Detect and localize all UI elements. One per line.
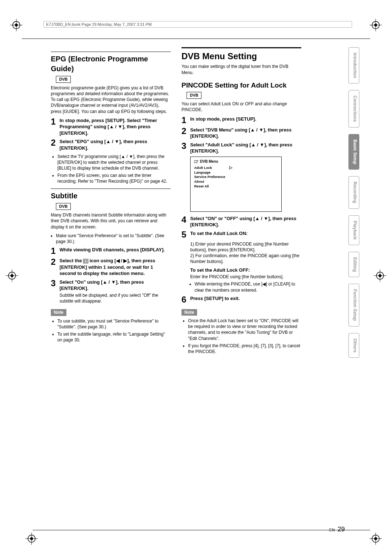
- step-num: 5: [181, 230, 189, 239]
- reg-mark-right: [374, 270, 386, 282]
- menu-title-text: DVB Menu: [200, 159, 218, 164]
- adult-lock-off-text: Enter the PINCODE using [the Number butt…: [190, 274, 301, 280]
- pin-note-2: If you forgot the PINCODE, press [4], [7…: [188, 343, 301, 355]
- menu-list: Adult Lock Language Service Preference A…: [194, 166, 225, 189]
- pin-step6-text: Press [SETUP] to exit.: [190, 295, 301, 302]
- sub-step3-plain: Subtitle will be displayed, and if you s…: [60, 292, 171, 304]
- pincode-note-bullets: Once the Adult Lock has been set to "ON"…: [188, 318, 301, 355]
- reg-mark-bl: [25, 532, 38, 545]
- sub-step3-bold: Select "On" using [▲ / ▼], then press [E…: [60, 279, 144, 291]
- step-num: 6: [181, 295, 189, 304]
- pin-step-6: 6 Press [SETUP] to exit.: [181, 295, 301, 304]
- svg-line-25: [197, 160, 199, 162]
- step-num: 1: [51, 247, 58, 255]
- sub-step-2: 2 Select the icon using [◀ / ▶], then pr…: [51, 258, 171, 277]
- sub-step2-text: Select the icon using [◀ / ▶], then pres…: [60, 258, 171, 277]
- content: EPG (Electronic Programme Guide) DVB Ele…: [51, 47, 305, 357]
- step-num: 2: [51, 258, 58, 266]
- pin-step5-text: To set the Adult Lock ON:: [190, 230, 301, 237]
- pincode-intro: You can select Adult Lock ON or OFF and …: [181, 101, 301, 113]
- reg-mark-tl: [10, 19, 23, 31]
- dvb-badge: DVB: [187, 92, 201, 99]
- page-number: EN 29: [329, 526, 345, 533]
- tab-editing[interactable]: Editing: [348, 252, 359, 278]
- pin-step5-1: 1) Enter your desired PINCODE using [the…: [190, 241, 301, 253]
- crop-line-bottom: [33, 530, 370, 530]
- reg-mark-br: [369, 532, 382, 545]
- pin-step-5: 5 To set the Adult Lock ON:: [181, 230, 301, 239]
- epg-step1-text: In stop mode, press [SETUP]. Select "Tim…: [60, 117, 171, 137]
- menu-item-service-pref: Service Preference: [194, 175, 225, 179]
- tab-function-setup[interactable]: Function Setup: [348, 284, 359, 326]
- menu-title-row: DVB Menu: [194, 159, 218, 164]
- pin-step4-text: Select "ON" or "OFF" using [▲ / ▼], then…: [190, 215, 301, 228]
- sub-step2a: Select the: [60, 258, 83, 263]
- dvb-menu-title: DVB Menu Setting: [181, 47, 301, 62]
- pin-step-1: 1 In stop mode, press [SETUP].: [181, 116, 301, 125]
- off-bullet-1: While entering the PINCODE, use [◀] or […: [195, 281, 301, 293]
- doc-header-text: E7J70BD_EN.book Page 29 Monday, May 7, 2…: [46, 22, 152, 27]
- reg-mark-left: [6, 270, 18, 282]
- right-column: DVB Menu Setting You can make settings o…: [181, 47, 301, 357]
- pin-step5-2: 2) For confirmation, enter the PINCODE a…: [190, 253, 301, 264]
- pin-note-1: Once the Adult Lock has been set to "ON"…: [188, 318, 301, 341]
- epg-intro: Electronic programme guide (EPG) gives y…: [51, 85, 171, 114]
- tab-basic-setup[interactable]: Basic Setup: [348, 134, 359, 170]
- left-column: EPG (Electronic Programme Guide) DVB Ele…: [51, 47, 171, 357]
- subtitle-prebullet: Make sure "Service Preference" is set to…: [56, 233, 171, 244]
- side-tabs: Introduction Connections Basic Setup Rec…: [348, 47, 359, 358]
- note-badge: Note: [51, 309, 66, 316]
- subtitle-intro: Many DVB channels transmit Subtitle info…: [51, 212, 171, 230]
- pin-step-4: 4 Select "ON" or "OFF" using [▲ / ▼], th…: [181, 215, 301, 228]
- epg-step2-text: Select "EPG" using [▲ / ▼], then press […: [60, 138, 171, 151]
- step-num: 2: [51, 138, 58, 147]
- svg-rect-24: [194, 161, 197, 163]
- pin-step-3: 3 Select "Adult Lock" using [▲ / ▼], the…: [181, 142, 301, 154]
- epg-bullet-2: From the EPG screen, you can also set th…: [57, 173, 171, 184]
- sub-step1-text: While viewing DVB channels, press [DISPL…: [60, 247, 171, 253]
- epg-step-2: 2 Select "EPG" using [▲ / ▼], then press…: [51, 138, 171, 151]
- sub-note-2: To set the subtitle language, refer to "…: [57, 331, 171, 343]
- sub-note-1: To use subtitle, you must set "Service P…: [57, 318, 171, 330]
- note-badge: Note: [181, 309, 197, 316]
- reg-mark-tr: [369, 19, 382, 31]
- tab-playback[interactable]: Playback: [348, 215, 359, 245]
- step-num: 2: [181, 127, 189, 135]
- subtitle-bullet-0: Make sure "Service Preference" is set to…: [56, 233, 171, 244]
- off-bullets: While entering the PINCODE, use [◀] or […: [195, 281, 301, 293]
- step-num: 1: [51, 117, 58, 126]
- step-num: 3: [51, 279, 58, 288]
- pincode-title: PINCODE Setting for Adult Lock: [181, 81, 301, 90]
- tab-connections[interactable]: Connections: [348, 90, 359, 127]
- epg-title: EPG (Electronic Programme Guide): [51, 52, 171, 74]
- crop-line-top: [22, 39, 370, 39]
- pin-step1-text: In stop mode, press [SETUP].: [190, 116, 301, 122]
- svg-marker-26: [229, 166, 232, 169]
- sub-step3-text: Select "On" using [▲ / ▼], then press [E…: [60, 279, 171, 304]
- epg-bullet-1: Select the TV programme using [▲ / ▼], t…: [57, 154, 171, 171]
- dvb-menu-screenshot: DVB Menu Adult Lock Language Service Pre…: [190, 157, 282, 212]
- pin-step2-text: Select "DVB Menu" using [▲ / ▼], then pr…: [190, 127, 301, 139]
- pin-step-2: 2 Select "DVB Menu" using [▲ / ▼], then …: [181, 127, 301, 139]
- tab-introduction[interactable]: Introduction: [348, 47, 359, 84]
- adult-lock-off-heading: To set the Adult Lock OFF:: [190, 267, 301, 274]
- tab-others[interactable]: Others: [348, 333, 359, 358]
- doc-header: E7J70BD_EN.book Page 29 Monday, May 7, 2…: [44, 21, 352, 28]
- dvb-badge: DVB: [56, 203, 71, 210]
- menu-item-language: Language: [194, 170, 225, 175]
- menu-item-about: About: [194, 179, 225, 184]
- tab-recording[interactable]: Recording: [348, 176, 359, 208]
- dvb-menu-intro: You can make settings of the digital tun…: [181, 64, 301, 75]
- step-num: 1: [181, 116, 189, 125]
- epg-step-1: 1 In stop mode, press [SETUP]. Select "T…: [51, 117, 171, 137]
- menu-item-reset-all: Reset All: [194, 184, 225, 189]
- menu-selection-arrow: [229, 166, 234, 171]
- subtitle-menu-icon: [83, 259, 88, 263]
- pin-step3-text: Select "Adult Lock" using [▲ / ▼], then …: [190, 142, 301, 154]
- page-num-value: 29: [338, 526, 345, 533]
- step-num: 3: [181, 142, 189, 150]
- sub-step-1: 1 While viewing DVB channels, press [DIS…: [51, 247, 171, 255]
- sub-step-3: 3 Select "On" using [▲ / ▼], then press …: [51, 279, 171, 304]
- satellite-icon: [194, 160, 199, 163]
- epg-bullets: Select the TV programme using [▲ / ▼], t…: [57, 154, 171, 185]
